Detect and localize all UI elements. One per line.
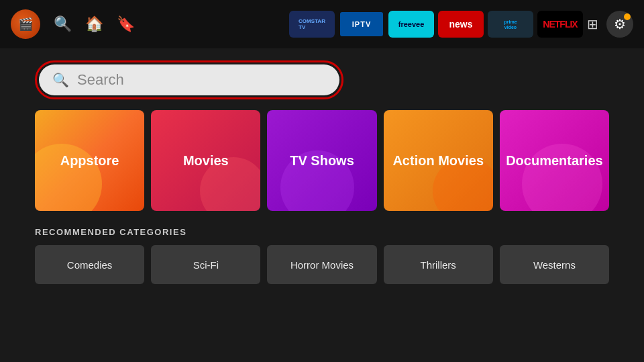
grid-icon[interactable]: ⊞ xyxy=(587,16,598,32)
recommended-section: RECOMMENDED CATEGORIES Comedies Sci-Fi H… xyxy=(0,227,644,284)
tile-tvshows[interactable]: TV Shows xyxy=(267,110,376,211)
search-box-wrapper: 🔍 Search xyxy=(35,60,343,99)
rec-tile-scifi-label: Sci-Fi xyxy=(193,259,219,271)
tile-tvshows-label: TV Shows xyxy=(290,152,354,169)
app-news[interactable]: news xyxy=(438,11,484,38)
notification-dot xyxy=(624,13,631,20)
rec-tile-thrillers[interactable]: Thrillers xyxy=(384,245,493,284)
app-iptv[interactable]: IPTV xyxy=(339,11,384,38)
rec-tile-horror-label: Horror Movies xyxy=(290,259,354,271)
tile-appstore-label: Appstore xyxy=(60,152,119,169)
recommended-title: RECOMMENDED CATEGORIES xyxy=(35,227,609,237)
home-icon[interactable]: 🏠 xyxy=(85,15,103,33)
nav-left: 🎬 🔍 🏠 🔖 xyxy=(11,9,135,39)
top-navigation: 🎬 🔍 🏠 🔖 COMSTARTV IPTV freevee news prim… xyxy=(0,0,644,48)
category-tiles: Appstore Movies TV Shows Action Movies D… xyxy=(0,110,644,211)
tile-movies-label: Movies xyxy=(183,152,229,169)
search-icon[interactable]: 🔍 xyxy=(54,15,72,33)
bookmark-icon[interactable]: 🔖 xyxy=(117,15,135,33)
rec-tile-scifi[interactable]: Sci-Fi xyxy=(151,245,260,284)
settings-button[interactable]: ⚙ xyxy=(606,11,633,38)
search-inner-icon: 🔍 xyxy=(52,72,69,88)
tile-documentaries[interactable]: Documentaries xyxy=(500,110,609,211)
rec-tile-westerns-label: Westerns xyxy=(533,259,576,271)
rec-tile-thrillers-label: Thrillers xyxy=(421,259,456,271)
search-box[interactable]: 🔍 Search xyxy=(39,64,339,95)
tile-movies[interactable]: Movies xyxy=(151,110,260,211)
tile-actionmovies[interactable]: Action Movies xyxy=(384,110,493,211)
tile-documentaries-label: Documentaries xyxy=(506,152,603,169)
rec-tile-horror[interactable]: Horror Movies xyxy=(267,245,376,284)
search-placeholder: Search xyxy=(77,71,124,89)
app-netflix[interactable]: NETFLIX xyxy=(537,11,583,38)
tile-actionmovies-label: Action Movies xyxy=(392,152,484,169)
search-section: 🔍 Search xyxy=(0,48,644,110)
recommended-tiles: Comedies Sci-Fi Horror Movies Thrillers … xyxy=(35,245,609,284)
rec-tile-westerns[interactable]: Westerns xyxy=(500,245,609,284)
app-primevideo[interactable]: prime video xyxy=(488,11,533,38)
app-freevee[interactable]: freevee xyxy=(388,11,434,38)
avatar[interactable]: 🎬 xyxy=(11,9,40,39)
rec-tile-comedies[interactable]: Comedies xyxy=(35,245,144,284)
tile-appstore[interactable]: Appstore xyxy=(35,110,144,211)
app-shortcuts: COMSTARTV IPTV freevee news prime video … xyxy=(289,11,633,38)
app-comstar[interactable]: COMSTARTV xyxy=(289,11,335,38)
rec-tile-comedies-label: Comedies xyxy=(67,259,113,271)
